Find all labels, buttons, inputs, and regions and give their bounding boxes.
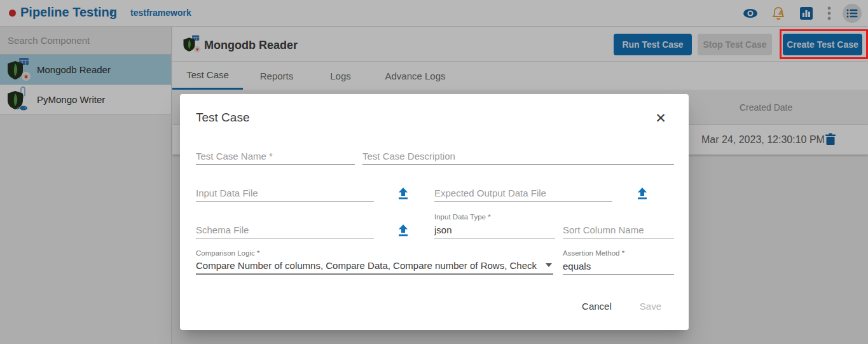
comparison-logic-value: Compare Number of columns, Compare Data,… (196, 258, 539, 273)
test-case-description-input[interactable] (362, 148, 674, 165)
sort-column-name-input[interactable] (563, 222, 674, 238)
schema-file-upload-icon[interactable] (396, 223, 411, 238)
input-data-file-input[interactable] (196, 185, 374, 202)
pipeline-testing-app: Pipeline Testing › testframework (0, 0, 868, 344)
close-icon[interactable]: ✕ (652, 109, 670, 127)
assertion-method-label: Assertion Method * (563, 249, 674, 258)
input-data-type-label: Input Data Type * (434, 213, 555, 222)
expected-output-data-file-input[interactable] (434, 185, 612, 202)
schema-file-input[interactable] (196, 222, 374, 238)
cancel-button[interactable]: Cancel (582, 301, 612, 312)
chevron-down-icon (546, 263, 552, 267)
input-data-type-input[interactable] (434, 222, 555, 238)
comparison-logic-label: Comparison Logic * (196, 249, 553, 258)
test-case-modal: Test Case ✕ Input Data Type * (180, 94, 689, 330)
save-button[interactable]: Save (640, 301, 661, 312)
modal-actions: Cancel Save (582, 301, 661, 312)
comparison-logic-select[interactable]: Compare Number of columns, Compare Data,… (196, 258, 553, 275)
expected-output-file-upload-icon[interactable] (635, 186, 650, 201)
input-data-file-upload-icon[interactable] (396, 186, 411, 201)
test-case-name-input[interactable] (196, 148, 355, 165)
modal-title: Test Case (196, 111, 249, 125)
assertion-method-input[interactable] (563, 258, 674, 275)
